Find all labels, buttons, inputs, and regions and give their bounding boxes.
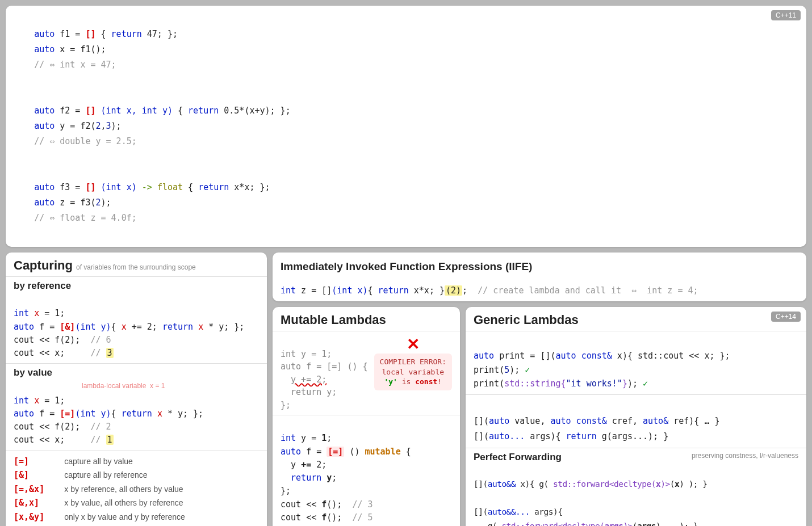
capturing-title: Capturing of variables from the surround… (14, 258, 259, 273)
generic-basic-code: auto print = [](auto const& x){ std::cou… (474, 335, 798, 391)
mutable-bad-code: int y = 1; auto f = [=] () { y += 2; ret… (281, 335, 370, 411)
generic-card: C++14 Generic Lambdas auto print = [](au… (466, 307, 806, 526)
mutable-good-code: int y = 1; auto f = [=] () mutable { y +… (281, 419, 452, 526)
iife-title: Immediately Invoked Function Expressions… (281, 260, 798, 273)
iife-card: Immediately Invoked Function Expressions… (273, 253, 806, 301)
byval-code: lambda-local variable x = 1int x = 1; au… (14, 381, 259, 447)
mutable-title: Mutable Lambdas (281, 313, 452, 327)
lambdas-intro-card: C++11 auto f1 = [] { return 47; }; auto … (6, 6, 806, 247)
mutable-card: Mutable Lambdas int y = 1; auto f = [=] … (273, 307, 460, 526)
generic-multi-code: [](auto value, auto const& cref, auto& r… (474, 398, 798, 444)
generic-title: Generic Lambdas (474, 313, 798, 327)
iife-code: int z = [](int x){ return x*x; }(2); // … (281, 275, 798, 296)
cpp11-badge: C++11 (771, 10, 801, 20)
byref-title: by reference (14, 280, 259, 292)
pf-code: [](auto&& x){ g( std::forward<decltype(x… (474, 463, 798, 526)
compiler-error-box: COMPILER ERROR: local variable 'y' is co… (374, 354, 452, 390)
capturing-card: Capturing of variables from the surround… (6, 253, 267, 526)
intro-line-1: auto f1 = [] { return 47; }; auto x = f1… (14, 11, 798, 88)
intro-line-3: auto f3 = [] (int x) -> float { return x… (14, 165, 798, 241)
byref-code: int x = 1; auto f = [&](int y){ x += 2; … (14, 294, 259, 360)
intro-line-2: auto f2 = [] (int x, int y) { return 0.5… (14, 88, 798, 165)
byval-title: by value (14, 367, 259, 378)
capture-syntax-table: [=]capture all by value [&]capture all b… (14, 455, 196, 527)
pf-title: Perfect Forwarding (474, 452, 562, 462)
cross-icon: ✕ (374, 335, 452, 354)
cpp14-badge-2: C++14 (771, 312, 801, 322)
